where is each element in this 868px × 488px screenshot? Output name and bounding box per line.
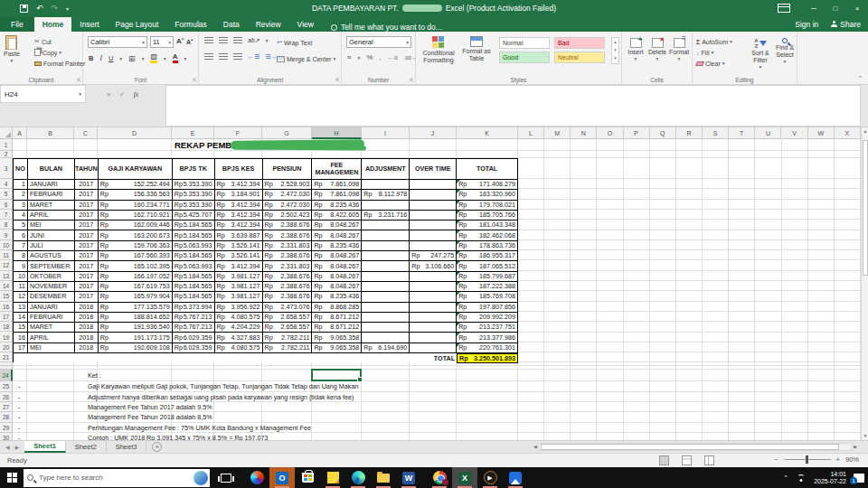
cell-adj[interactable]: Rp3.231.716	[362, 211, 410, 221]
row-header-16[interactable]: 16	[0, 302, 13, 312]
cell-tahun[interactable]: 2017	[75, 201, 99, 211]
style-bad[interactable]: Bad	[554, 37, 605, 49]
cell-adj[interactable]: Rp8.112.978	[362, 190, 410, 200]
cell-tahun[interactable]: 2017	[75, 292, 99, 302]
cell-no[interactable]: 14	[14, 313, 28, 323]
copy-button[interactable]: Copy▾	[34, 47, 85, 58]
cell-tk[interactable]: Rp5.184.565	[173, 272, 215, 282]
cell-fee[interactable]: Rp8.048.267	[312, 282, 362, 292]
cut-button[interactable]: ✂Cut	[34, 36, 85, 47]
cell-total[interactable]: Rp185.769.708	[457, 292, 518, 302]
cell-no[interactable]: 3	[14, 201, 28, 211]
font-color-button[interactable]: A	[173, 53, 178, 63]
cell-ot[interactable]	[410, 292, 457, 302]
cell-pensiun[interactable]: Rp2.502.423	[263, 211, 313, 221]
shrink-font-button[interactable]: Aˇ	[186, 39, 193, 45]
tab-data[interactable]: Data	[215, 17, 248, 32]
cell-bulan[interactable]: JULI	[28, 241, 75, 251]
fill-button[interactable]: ↓Fill▾	[696, 47, 732, 58]
cell-tk[interactable]: Rp5.184.565	[173, 230, 215, 240]
cell-total[interactable]: Rp181.043.348	[457, 221, 518, 230]
cell-kes[interactable]: Rp3.981.127	[215, 292, 263, 302]
cell-total[interactable]: Rp178.863.736	[457, 241, 518, 251]
start-button[interactable]	[0, 467, 24, 488]
cell-ot[interactable]: Rp3.106.660	[410, 261, 457, 271]
cell-gaji[interactable]: Rp188.814.652	[99, 313, 173, 323]
cell-bulan[interactable]: OKTOBER	[28, 272, 75, 282]
page-layout-view-icon[interactable]	[682, 455, 692, 465]
tab-page-layout[interactable]: Page Layout	[108, 17, 167, 32]
italic-button[interactable]: I	[99, 54, 102, 62]
row-header-7[interactable]: 7	[0, 210, 13, 220]
cell-kes[interactable]: Rp4.204.229	[215, 323, 263, 333]
grow-font-button[interactable]: Aˆ	[176, 37, 184, 45]
tab-review[interactable]: Review	[248, 17, 289, 32]
percent-style-icon[interactable]: %	[366, 53, 373, 61]
cell-gaji[interactable]: Rp192.609.108	[99, 343, 173, 353]
cell-ot[interactable]: Rp247.275	[410, 251, 457, 261]
cell-no[interactable]: 4	[14, 211, 28, 221]
cell-adj[interactable]	[362, 201, 410, 211]
decrease-indent-icon[interactable]: ←☰	[248, 53, 259, 61]
cell-total[interactable]: Rp213.377.986	[457, 333, 518, 343]
cell-no[interactable]: 17	[14, 343, 28, 353]
tray-expand-icon[interactable]: ⌃	[783, 474, 788, 482]
sheet-nav-arrows[interactable]: ◀▶	[0, 441, 24, 453]
ribbon-display-options-icon[interactable]	[778, 4, 790, 13]
cell-tk[interactable]: Rp5.353.390	[173, 180, 215, 190]
cell-pensiun[interactable]: Rp2.331.803	[263, 241, 313, 251]
cell-tahun[interactable]: 2017	[75, 282, 99, 292]
align-top-icon[interactable]	[204, 37, 213, 44]
sheet-tab-3[interactable]: Sheet3	[107, 441, 147, 453]
cell-tk[interactable]: Rp5.184.565	[173, 221, 215, 230]
cell-tk[interactable]: Rp5.425.707	[173, 211, 215, 221]
row-header-18[interactable]: 18	[0, 322, 13, 332]
horizontal-scroll-thumb[interactable]	[541, 444, 839, 450]
cell-adj[interactable]	[362, 333, 410, 343]
cell-gaji[interactable]: Rp191.173.175	[99, 333, 173, 343]
customize-qat-icon[interactable]: ▾	[66, 5, 69, 12]
cell-total[interactable]: Rp171.408.279	[457, 180, 518, 190]
row-header-19[interactable]: 19	[0, 333, 13, 343]
search-highlights-icon[interactable]	[193, 471, 208, 485]
bold-button[interactable]: B	[89, 54, 93, 62]
redo-icon[interactable]: ↷	[52, 5, 59, 13]
cell-bulan[interactable]: JUNI	[28, 230, 75, 240]
autosum-button[interactable]: ΣAutoSum▾	[696, 36, 732, 47]
decrease-decimal-icon[interactable]: .00→	[404, 55, 417, 61]
sheet-grid[interactable]: REKAP PEMBAYARAN KE PT. NOBULANTAHUNGAJI…	[13, 139, 861, 440]
cell-bulan[interactable]: FEBRUARI	[28, 313, 75, 323]
column-header-X[interactable]: X	[835, 127, 861, 139]
cell-no[interactable]: 1	[14, 180, 28, 190]
cell-tahun[interactable]: 2018	[75, 313, 99, 323]
cell-no[interactable]: 16	[14, 333, 28, 343]
cell-gaji[interactable]: Rp163.200.673	[99, 230, 173, 240]
cell-kes[interactable]: Rp3.956.922	[215, 303, 263, 313]
zoom-slider[interactable]	[806, 455, 808, 464]
cell-tahun[interactable]: 2017	[75, 230, 99, 240]
cell-bulan[interactable]: MEI	[28, 343, 75, 353]
cell-gaji[interactable]: Rp165.102.395	[99, 261, 173, 271]
align-center-icon[interactable]	[219, 53, 228, 61]
cell-fee[interactable]: Rp8.048.267	[312, 251, 362, 261]
row-header-11[interactable]: 11	[0, 250, 13, 260]
cell-kes[interactable]: Rp3.981.127	[215, 282, 263, 292]
cell-ot[interactable]	[410, 190, 457, 200]
cell-bulan[interactable]: MEI	[28, 221, 75, 230]
word-button[interactable]: W	[396, 467, 421, 488]
cell-ot[interactable]	[410, 313, 457, 323]
cell-fee[interactable]: Rp7.861.098	[312, 180, 362, 190]
cell-ot[interactable]	[410, 323, 457, 333]
cell-gaji[interactable]: Rp162.710.921	[99, 211, 173, 221]
cell-fee[interactable]: Rp8.235.436	[312, 292, 362, 302]
cell-ot[interactable]	[410, 241, 457, 251]
number-dialog-launcher[interactable]: ⇱	[410, 77, 414, 83]
column-header-C[interactable]: C	[74, 127, 98, 139]
cell-bulan[interactable]: MARET	[28, 201, 75, 211]
align-right-icon[interactable]	[233, 53, 242, 61]
cell-ot[interactable]	[410, 333, 457, 343]
wifi-icon[interactable]	[796, 474, 807, 482]
cell-fee[interactable]: Rp8.235.436	[312, 241, 362, 251]
scroll-left-icon[interactable]: ◀	[533, 444, 537, 449]
column-header-E[interactable]: E	[172, 127, 214, 139]
